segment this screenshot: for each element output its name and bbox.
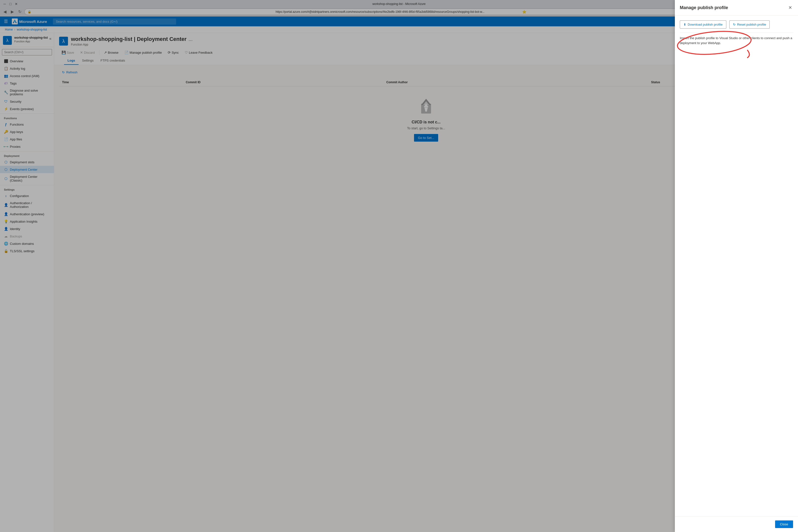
panel-title: Manage publish profile — [680, 5, 728, 10]
reset-icon: ↻ — [733, 23, 736, 26]
panel-footer: Close — [675, 516, 798, 532]
manage-publish-panel: Manage publish profile ✕ ⬇ Download publ… — [675, 0, 798, 532]
reset-publish-label: Reset publish profile — [737, 23, 766, 26]
panel-action-row: ⬇ Download publish profile ↻ Reset publi… — [680, 20, 793, 28]
panel-body: ⬇ Download publish profile ↻ Reset publi… — [675, 16, 798, 516]
panel-divider — [680, 33, 793, 33]
panel-header: Manage publish profile ✕ — [675, 0, 798, 16]
red-circle-annotation — [675, 31, 754, 60]
reset-publish-profile-button[interactable]: ↻ Reset publish profile — [729, 20, 770, 28]
download-icon: ⬇ — [683, 23, 686, 26]
panel-close-button[interactable]: Close — [775, 520, 793, 528]
download-publish-profile-button[interactable]: ⬇ Download publish profile — [680, 20, 726, 28]
panel-description: Import the publish profile to Visual Stu… — [680, 36, 793, 45]
download-publish-label: Download publish profile — [688, 23, 723, 26]
panel-close-x-button[interactable]: ✕ — [787, 4, 793, 11]
